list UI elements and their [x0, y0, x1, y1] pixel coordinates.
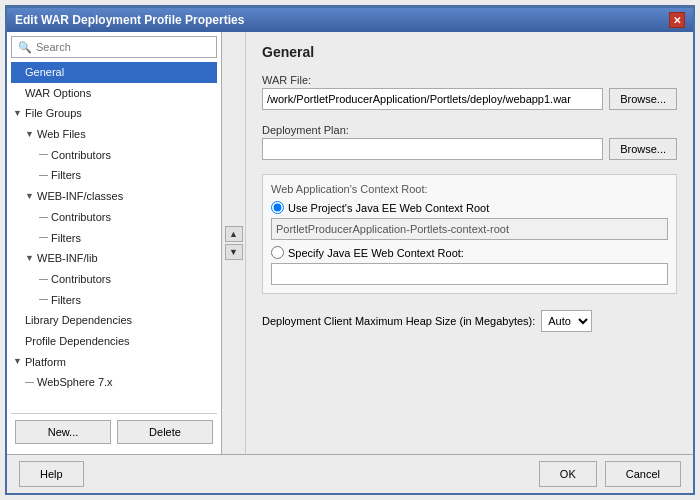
expand-icon: ▼: [13, 106, 23, 121]
up-arrow-button[interactable]: ▲: [225, 226, 243, 242]
context-root-section: Web Application's Context Root: Use Proj…: [262, 174, 677, 294]
war-file-browse-button[interactable]: Browse...: [609, 88, 677, 110]
tree-item-web-inf-lib[interactable]: ▼ WEB-INF/lib: [11, 248, 217, 269]
delete-button[interactable]: Delete: [117, 420, 213, 444]
context-root-section-label: Web Application's Context Root:: [271, 183, 668, 195]
new-button[interactable]: New...: [15, 420, 111, 444]
tree-item-file-groups[interactable]: ▼ File Groups: [11, 103, 217, 124]
heap-size-label: Deployment Client Maximum Heap Size (in …: [262, 315, 535, 327]
radio-use-project-row: Use Project's Java EE Web Context Root: [271, 201, 668, 214]
tree-item-war-options[interactable]: WAR Options: [11, 83, 217, 104]
deployment-plan-row: Browse...: [262, 138, 677, 160]
up-down-buttons: ▲ ▼: [223, 224, 245, 262]
down-arrow-button[interactable]: ▼: [225, 244, 243, 260]
tree-item-websphere[interactable]: — WebSphere 7.x: [11, 372, 217, 393]
war-file-input[interactable]: [262, 88, 603, 110]
radio-specify-row: Specify Java EE Web Context Root:: [271, 246, 668, 259]
search-input[interactable]: [36, 41, 210, 53]
expand-icon: ▼: [13, 354, 23, 369]
deployment-plan-input[interactable]: [262, 138, 603, 160]
tree-item-general[interactable]: General: [11, 62, 217, 83]
section-title: General: [262, 44, 677, 60]
expand-icon: —: [39, 168, 49, 183]
heap-size-row: Deployment Client Maximum Heap Size (in …: [262, 310, 677, 332]
tree-item-filters-3[interactable]: — Filters: [11, 290, 217, 311]
dialog-body: 🔍 General WAR Options ▼ File Groups: [7, 32, 693, 454]
tree-item-label: Filters: [51, 166, 81, 185]
left-panel: 🔍 General WAR Options ▼ File Groups: [7, 32, 222, 454]
tree-item-label: General: [25, 63, 64, 82]
tree-item-contributors-2[interactable]: — Contributors: [11, 207, 217, 228]
expand-icon: —: [25, 375, 35, 390]
tree-item-label: Filters: [51, 291, 81, 310]
war-file-section: WAR File: Browse...: [262, 74, 677, 116]
war-file-label: WAR File:: [262, 74, 677, 86]
war-file-row: Browse...: [262, 88, 677, 110]
tree-item-label: WEB-INF/classes: [37, 187, 123, 206]
deployment-plan-label: Deployment Plan:: [262, 124, 677, 136]
tree-item-contributors-3[interactable]: — Contributors: [11, 269, 217, 290]
close-button[interactable]: ✕: [669, 12, 685, 28]
tree-item-label: WAR Options: [25, 84, 91, 103]
tree-item-label: Contributors: [51, 146, 111, 165]
expand-icon: —: [39, 292, 49, 307]
tree-item-contributors-1[interactable]: — Contributors: [11, 145, 217, 166]
tree-item-label: Contributors: [51, 270, 111, 289]
search-box-container: 🔍: [11, 36, 217, 58]
tree-item-label: Profile Dependencies: [25, 332, 130, 351]
tree-item-label: Platform: [25, 353, 66, 372]
deployment-plan-section: Deployment Plan: Browse...: [262, 124, 677, 166]
tree-item-filters-1[interactable]: — Filters: [11, 165, 217, 186]
expand-icon: ▼: [25, 127, 35, 142]
tree-item-filters-2[interactable]: — Filters: [11, 228, 217, 249]
tree-item-label: File Groups: [25, 104, 82, 123]
radio-specify[interactable]: [271, 246, 284, 259]
help-button[interactable]: Help: [19, 461, 84, 487]
expand-icon: —: [39, 272, 49, 287]
expand-icon: ▼: [25, 251, 35, 266]
ok-button[interactable]: OK: [539, 461, 597, 487]
expand-icon: —: [39, 147, 49, 162]
tree-item-label: WebSphere 7.x: [37, 373, 113, 392]
tree-view: General WAR Options ▼ File Groups ▼ Web …: [11, 62, 217, 413]
dialog: Edit WAR Deployment Profile Properties ✕…: [5, 5, 695, 495]
title-bar: Edit WAR Deployment Profile Properties ✕: [7, 8, 693, 32]
tree-item-label: Filters: [51, 229, 81, 248]
dialog-title: Edit WAR Deployment Profile Properties: [15, 13, 244, 27]
cancel-button[interactable]: Cancel: [605, 461, 681, 487]
expand-icon: —: [39, 210, 49, 225]
left-buttons-bar: New... Delete: [11, 413, 217, 450]
radio-use-project[interactable]: [271, 201, 284, 214]
tree-item-profile-deps[interactable]: Profile Dependencies: [11, 331, 217, 352]
heap-size-select[interactable]: Auto 128 256 512 1024: [541, 310, 592, 332]
search-icon: 🔍: [18, 41, 32, 54]
expand-icon: —: [39, 230, 49, 245]
tree-item-platform[interactable]: ▼ Platform: [11, 352, 217, 373]
tree-item-web-files[interactable]: ▼ Web Files: [11, 124, 217, 145]
tree-item-library-deps[interactable]: Library Dependencies: [11, 310, 217, 331]
tree-item-web-inf-classes[interactable]: ▼ WEB-INF/classes: [11, 186, 217, 207]
footer-right-buttons: OK Cancel: [539, 461, 681, 487]
dialog-footer: Help OK Cancel: [7, 454, 693, 493]
radio-specify-label: Specify Java EE Web Context Root:: [288, 247, 464, 259]
tree-item-label: WEB-INF/lib: [37, 249, 98, 268]
expand-icon: ▼: [25, 189, 35, 204]
right-panel: General WAR File: Browse... Deployment P…: [246, 32, 693, 454]
specify-context-root-input[interactable]: [271, 263, 668, 285]
tree-item-label: Contributors: [51, 208, 111, 227]
context-root-value-input: [271, 218, 668, 240]
radio-use-project-label: Use Project's Java EE Web Context Root: [288, 202, 489, 214]
tree-item-label: Library Dependencies: [25, 311, 132, 330]
deployment-plan-browse-button[interactable]: Browse...: [609, 138, 677, 160]
tree-item-label: Web Files: [37, 125, 86, 144]
